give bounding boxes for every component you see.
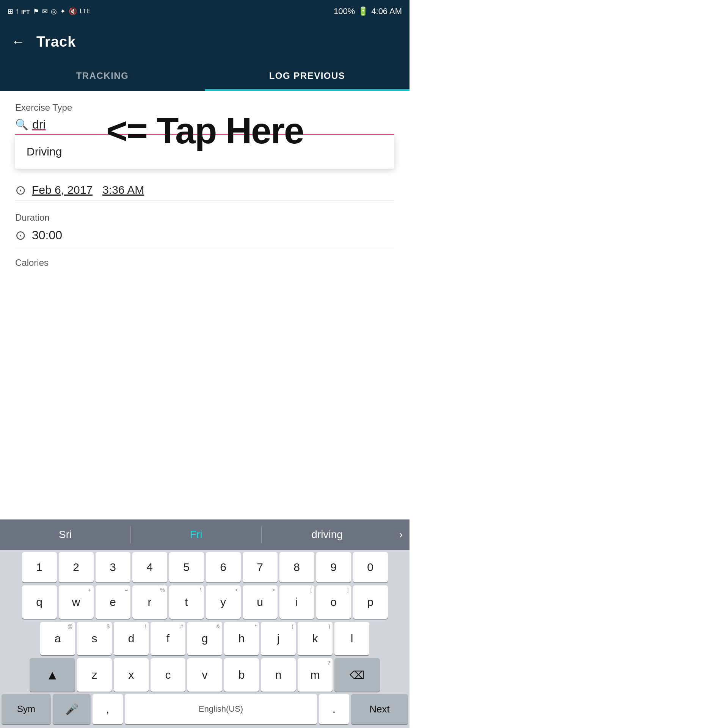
time-value[interactable]: 3:36 AM <box>102 184 144 196</box>
keyboard-suggestions: Sri Fri driving › <box>0 519 410 550</box>
key-j[interactable]: (j <box>261 622 296 655</box>
key-7[interactable]: 7 <box>243 552 278 582</box>
duration-clock-icon: ⊙ <box>15 228 26 243</box>
key-8[interactable]: 8 <box>279 552 314 582</box>
status-bar: ⊞ f IFT ⚑ ✉ ◎ ✦ 🔇 LTE 100% 🔋 4:06 AM <box>0 0 410 23</box>
status-bar-left-icons: ⊞ f IFT ⚑ ✉ ◎ ✦ 🔇 LTE <box>8 7 91 16</box>
mic-icon: 🎤 <box>65 703 78 715</box>
key-w[interactable]: +w <box>59 585 94 619</box>
autocomplete-item-driving[interactable]: Driving <box>15 135 394 169</box>
add-icon: ⊞ <box>8 7 13 16</box>
exercise-search-input[interactable]: dri <box>32 118 394 132</box>
app-title: Track <box>36 34 76 50</box>
suggestion-sri[interactable]: Sri <box>0 529 130 541</box>
exercise-type-label: Exercise Type <box>15 102 394 113</box>
comma-key[interactable]: , <box>93 694 123 724</box>
key-1[interactable]: 1 <box>22 552 57 582</box>
exercise-search-row: 🔍 dri <box>15 118 394 135</box>
key-t[interactable]: \t <box>169 585 204 619</box>
key-y[interactable]: <y <box>206 585 241 619</box>
main-content: Exercise Type 🔍 dri Driving ⊙ Feb 6, 201… <box>0 91 410 279</box>
key-u[interactable]: >u <box>243 585 278 619</box>
key-p[interactable]: p <box>353 585 388 619</box>
key-0[interactable]: 0 <box>353 552 388 582</box>
asdf-row: @a $s !d #f &g *h (j )k l <box>0 620 410 656</box>
key-k[interactable]: )k <box>298 622 333 655</box>
mic-key[interactable]: 🎤 <box>53 694 91 724</box>
calories-label: Calories <box>15 257 394 268</box>
number-row: 1 2 3 4 5 6 7 8 9 0 <box>0 550 410 583</box>
key-b[interactable]: b <box>224 658 259 692</box>
key-n[interactable]: n <box>261 658 296 692</box>
app-bar: ← Track <box>0 23 410 61</box>
clock-icon: ⊙ <box>15 182 26 198</box>
location-icon: ◎ <box>51 7 57 16</box>
backspace-key[interactable]: ⌫ <box>334 658 380 692</box>
battery-percent: 100% <box>334 6 355 16</box>
facebook-icon: f <box>16 8 18 16</box>
key-s[interactable]: $s <box>77 622 112 655</box>
key-g[interactable]: &g <box>187 622 222 655</box>
mute-icon: 🔇 <box>69 7 77 16</box>
key-3[interactable]: 3 <box>96 552 130 582</box>
suggestion-expand-icon[interactable]: › <box>392 529 410 541</box>
space-key[interactable]: English(US) <box>125 694 317 724</box>
key-a[interactable]: @a <box>40 622 75 655</box>
key-f[interactable]: #f <box>151 622 185 655</box>
key-9[interactable]: 9 <box>316 552 351 582</box>
duration-row: ⊙ 30:00 <box>15 228 394 246</box>
duration-label: Duration <box>15 212 394 223</box>
key-z[interactable]: z <box>77 658 112 692</box>
next-key[interactable]: Next <box>351 694 408 724</box>
feather-icon: ⚑ <box>33 7 39 16</box>
time-display: 4:06 AM <box>371 6 402 16</box>
key-d[interactable]: !d <box>114 622 149 655</box>
keyboard: Sri Fri driving › 1 2 3 4 5 6 7 8 9 0 q … <box>0 519 410 728</box>
email-icon: ✉ <box>42 7 48 16</box>
key-o[interactable]: ]o <box>316 585 351 619</box>
shift-key[interactable]: ▲ <box>30 658 75 692</box>
status-bar-right: 100% 🔋 4:06 AM <box>334 6 402 16</box>
datetime-row: ⊙ Feb 6, 2017 3:36 AM <box>15 182 394 201</box>
dot-key[interactable]: . <box>319 694 349 724</box>
key-r[interactable]: %r <box>132 585 167 619</box>
key-c[interactable]: c <box>151 658 185 692</box>
signal-icon: LTE <box>80 8 91 15</box>
qwerty-row: q +w =e %r \t <y >u [i ]o p <box>0 583 410 620</box>
key-x[interactable]: x <box>114 658 149 692</box>
key-i[interactable]: [i <box>279 585 314 619</box>
search-icon: 🔍 <box>15 118 28 131</box>
sym-key[interactable]: Sym <box>2 694 51 724</box>
key-v[interactable]: v <box>187 658 222 692</box>
key-e[interactable]: =e <box>96 585 130 619</box>
keyboard-bottom-row: Sym 🎤 , English(US) . Next <box>0 692 410 728</box>
tab-tracking[interactable]: TRACKING <box>0 61 205 91</box>
suggestion-driving[interactable]: driving <box>262 529 392 541</box>
ift-icon: IFT <box>21 8 30 15</box>
back-button[interactable]: ← <box>11 34 25 50</box>
duration-value[interactable]: 30:00 <box>32 228 62 242</box>
battery-icon: 🔋 <box>358 6 368 16</box>
zxcv-row: ▲ z x c v b n ?m ⌫ <box>0 656 410 692</box>
key-5[interactable]: 5 <box>169 552 204 582</box>
key-6[interactable]: 6 <box>206 552 241 582</box>
key-m[interactable]: ?m <box>298 658 333 692</box>
key-q[interactable]: q <box>22 585 57 619</box>
key-h[interactable]: *h <box>224 622 259 655</box>
autocomplete-dropdown: Driving <box>15 135 394 169</box>
tab-bar: TRACKING LOG PREVIOUS <box>0 61 410 91</box>
tab-log-previous[interactable]: LOG PREVIOUS <box>205 61 410 91</box>
key-2[interactable]: 2 <box>59 552 94 582</box>
key-4[interactable]: 4 <box>132 552 167 582</box>
date-value[interactable]: Feb 6, 2017 <box>32 184 93 196</box>
suggestion-fri[interactable]: Fri <box>131 529 261 541</box>
bluetooth-icon: ✦ <box>60 7 66 16</box>
key-l[interactable]: l <box>334 622 369 655</box>
